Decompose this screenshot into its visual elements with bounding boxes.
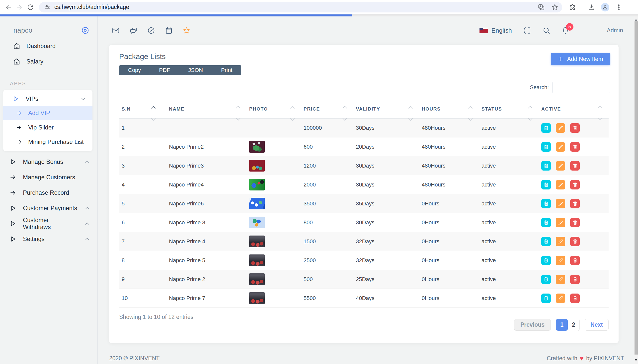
downloads-icon[interactable]: [588, 4, 595, 11]
sidebar-group-customer-withdraws[interactable]: Customer Withdraws: [0, 216, 97, 231]
sidebar-group-manage-bonus[interactable]: Manage Bonus: [0, 154, 97, 170]
browser-reload-button[interactable]: [25, 2, 36, 13]
search-input[interactable]: [552, 82, 610, 93]
sidebar-group-vips[interactable]: VIPs: [3, 92, 93, 106]
details-button[interactable]: [541, 123, 551, 133]
favorites-star-icon[interactable]: [183, 27, 190, 34]
browser-menu-icon[interactable]: [615, 4, 622, 11]
previous-page-button[interactable]: Previous: [514, 319, 551, 331]
edit-button[interactable]: [556, 161, 565, 170]
user-menu[interactable]: Admin: [607, 27, 623, 34]
sort-asc-icon[interactable]: [468, 106, 473, 110]
page-1-button[interactable]: 1: [556, 319, 568, 331]
details-button[interactable]: [541, 161, 551, 170]
chat-icon[interactable]: [130, 27, 137, 34]
page-scrollbar[interactable]: [634, 16, 638, 364]
details-button[interactable]: [541, 199, 551, 208]
delete-button[interactable]: [570, 256, 580, 265]
delete-button[interactable]: [570, 142, 580, 152]
edit-button[interactable]: [556, 123, 565, 133]
calendar-icon[interactable]: [165, 27, 173, 34]
extensions-icon[interactable]: [569, 4, 576, 11]
browser-forward-button[interactable]: [14, 2, 25, 13]
details-button[interactable]: [541, 180, 551, 190]
column-header-price[interactable]: PRICE: [301, 100, 353, 118]
edit-button[interactable]: [556, 199, 565, 208]
delete-button[interactable]: [570, 218, 580, 227]
next-page-button[interactable]: Next: [585, 319, 608, 331]
copy-button[interactable]: Copy: [119, 65, 150, 75]
column-header-sn[interactable]: S.N: [119, 100, 166, 118]
cell-price: 2500: [301, 257, 353, 264]
delete-button[interactable]: [570, 274, 580, 284]
column-header-active[interactable]: ACTIVE: [539, 100, 608, 118]
json-button[interactable]: JSON: [179, 65, 212, 75]
sort-asc-icon[interactable]: [236, 106, 240, 110]
sort-asc-icon[interactable]: [290, 106, 294, 110]
cell-sn: 10: [119, 295, 166, 302]
edit-button[interactable]: [556, 142, 565, 152]
edit-button[interactable]: [556, 256, 565, 265]
sidebar-group-settings[interactable]: Settings: [0, 231, 97, 247]
column-header-validity[interactable]: VALIDITY: [353, 100, 419, 118]
edit-button[interactable]: [556, 218, 565, 227]
details-button[interactable]: [541, 256, 551, 265]
bookmark-star-icon[interactable]: [551, 4, 558, 11]
site-settings-icon[interactable]: [44, 4, 51, 10]
delete-button[interactable]: [570, 123, 580, 133]
delete-button[interactable]: [570, 294, 580, 303]
sidebar-group-customer-payments[interactable]: Customer Payments: [0, 200, 97, 216]
profile-avatar[interactable]: [601, 3, 609, 12]
sort-asc-icon[interactable]: [528, 106, 532, 110]
column-header-name[interactable]: NAME: [166, 100, 247, 118]
delete-button[interactable]: [570, 237, 580, 246]
delete-button[interactable]: [570, 199, 580, 208]
sidebar-item-mining-purchase-list[interactable]: Mining Purchase List: [3, 135, 93, 149]
delete-button[interactable]: [570, 161, 580, 170]
sidebar-item-manage-customers[interactable]: Manage Customers: [0, 170, 97, 185]
details-button[interactable]: [541, 237, 551, 246]
notifications-bell-icon[interactable]: 5: [562, 27, 569, 34]
address-bar[interactable]: cs.hwym.club/admin/package: [39, 2, 562, 12]
details-button[interactable]: [541, 294, 551, 303]
print-button[interactable]: Print: [212, 65, 241, 75]
edit-button[interactable]: [556, 180, 565, 190]
sidebar-item-salary[interactable]: Salary: [0, 54, 97, 69]
edit-button[interactable]: [556, 294, 565, 303]
details-button[interactable]: [541, 274, 551, 284]
menu-pin-toggle-icon[interactable]: [81, 26, 90, 34]
pdf-button[interactable]: PDF: [150, 65, 179, 75]
column-header-photo[interactable]: PHOTO: [247, 100, 301, 118]
column-header-hours[interactable]: HOURS: [419, 100, 479, 118]
delete-button[interactable]: [570, 180, 580, 190]
edit-button[interactable]: [556, 237, 565, 246]
email-icon[interactable]: [112, 27, 120, 34]
translate-icon[interactable]: [538, 4, 545, 11]
sort-asc-icon[interactable]: [343, 106, 347, 110]
chevron-up-icon: [84, 236, 91, 242]
page-2-button[interactable]: 2: [568, 319, 579, 331]
scroll-down-arrow[interactable]: [635, 359, 637, 362]
cell-hours: 480Hours: [419, 162, 479, 169]
column-header-status[interactable]: STATUS: [479, 100, 539, 118]
details-button[interactable]: [541, 142, 551, 152]
edit-button[interactable]: [556, 274, 565, 284]
sort-asc-icon[interactable]: [408, 106, 413, 110]
search-icon[interactable]: [542, 27, 550, 34]
details-button[interactable]: [541, 218, 551, 227]
fullscreen-icon[interactable]: [523, 27, 531, 34]
sidebar-item-add-vip[interactable]: Add VIP: [3, 106, 93, 120]
add-new-item-button[interactable]: Add New Item: [551, 53, 610, 65]
scrollbar-thumb[interactable]: [634, 22, 638, 354]
sort-asc-icon[interactable]: [151, 106, 156, 110]
scroll-up-arrow[interactable]: [635, 18, 637, 21]
language-selector[interactable]: English: [491, 27, 512, 34]
browser-back-button[interactable]: [3, 2, 14, 13]
sidebar-group-label: VIPs: [26, 95, 38, 102]
sidebar-item-dashboard[interactable]: Dashboard: [0, 38, 97, 54]
sidebar-item-purchase-record[interactable]: Purchase Record: [0, 185, 97, 200]
url-text[interactable]: cs.hwym.club/admin/package: [54, 4, 129, 10]
todo-check-icon[interactable]: [147, 27, 155, 34]
sort-asc-icon[interactable]: [598, 106, 602, 110]
sidebar-item-vip-slider[interactable]: Vip Slider: [3, 120, 93, 135]
